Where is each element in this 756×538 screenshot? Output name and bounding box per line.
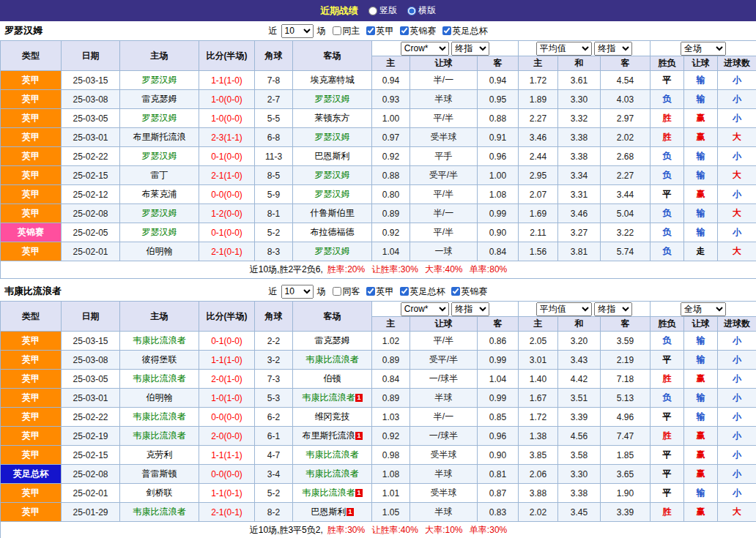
odds-final-select[interactable]: 终指 — [451, 302, 489, 316]
away-team[interactable]: 什鲁斯伯里 — [293, 204, 372, 223]
filter-bar: 近 10 场 同主英甲英锦赛英足总杯 — [269, 24, 488, 38]
avg-source-select[interactable]: 平均值 — [536, 302, 592, 316]
home-team[interactable]: 罗瑟汉姆 — [120, 204, 199, 223]
avg-draw: 3.31 — [558, 185, 601, 204]
filter-checkbox-input[interactable] — [400, 26, 409, 35]
filter-checkbox-input[interactable] — [333, 287, 341, 296]
horizontal-radio-input[interactable] — [407, 7, 416, 15]
odds-away: 0.87 — [478, 484, 519, 503]
filter-checkbox-input[interactable] — [451, 287, 460, 296]
match-score: 1-0(0-0) — [199, 90, 255, 109]
away-team[interactable]: 莱顿东方 — [293, 109, 372, 128]
scope-select[interactable]: 全场 — [681, 42, 726, 56]
away-team[interactable]: 罗瑟汉姆 — [293, 166, 372, 185]
result-goals: 大 — [718, 166, 756, 185]
away-team[interactable]: 韦康比流浪者 — [293, 465, 372, 484]
home-team[interactable]: 罗瑟汉姆 — [120, 109, 199, 128]
match-date: 25-03-05 — [62, 370, 120, 389]
filter-checkbox[interactable]: 英甲 — [366, 285, 394, 298]
match-row: 英甲 25-02-01 剑桥联 1-1(0-1) 5-2 韦康比流浪者1 1.0… — [1, 484, 756, 503]
filter-checkbox[interactable]: 英足总杯 — [442, 25, 488, 37]
home-team[interactable]: 普雷斯顿 — [120, 465, 199, 484]
away-team[interactable]: 雷克瑟姆 — [293, 332, 372, 351]
home-team[interactable]: 伯明翰 — [120, 242, 199, 261]
match-score: 2-1(1-0) — [199, 166, 255, 185]
odds-company-select[interactable]: Crow* — [401, 302, 449, 316]
home-team[interactable]: 韦康比流浪者 — [120, 332, 199, 351]
match-date: 25-03-05 — [62, 109, 120, 128]
league-badge: 英甲 — [1, 204, 62, 223]
result-goals: 小 — [718, 408, 756, 427]
away-team[interactable]: 布拉德福德 — [293, 223, 372, 242]
away-team[interactable]: 埃克塞特城 — [293, 71, 372, 90]
filter-checkbox-input[interactable] — [400, 287, 409, 296]
filter-checkbox[interactable]: 英足总杯 — [400, 285, 445, 298]
away-team[interactable]: 韦康比流浪者 — [293, 446, 372, 465]
away-team[interactable]: 巴恩斯利1 — [293, 503, 372, 522]
filter-checkbox[interactable]: 英甲 — [366, 25, 394, 37]
match-date: 25-02-15 — [62, 166, 120, 185]
filter-checkbox-input[interactable] — [442, 26, 451, 35]
filter-checkbox[interactable]: 同客 — [333, 285, 360, 298]
matches-table: 类型 日期 主场 比分(半场) 角球 客场 Crow* 终指 平均值 终指 — [0, 40, 756, 279]
away-team[interactable]: 维冈竞技 — [293, 408, 372, 427]
home-team[interactable]: 剑桥联 — [120, 484, 199, 503]
result-outcome: 平 — [651, 484, 684, 503]
filter-checkbox[interactable]: 英锦赛 — [451, 285, 488, 298]
home-team[interactable]: 雷克瑟姆 — [120, 90, 199, 109]
avg-final-select[interactable]: 终指 — [594, 42, 632, 56]
away-team[interactable]: 布里斯托流浪1 — [293, 427, 372, 446]
away-team[interactable]: 罗瑟汉姆 — [293, 185, 372, 204]
home-team[interactable]: 韦康比流浪者 — [120, 503, 199, 522]
away-team[interactable]: 韦康比流浪者 — [293, 351, 372, 370]
match-row: 英甲 25-03-01 布里斯托流浪 2-3(1-1) 6-8 罗瑟汉姆 0.9… — [1, 128, 756, 147]
home-team[interactable]: 罗瑟汉姆 — [120, 71, 199, 90]
filter-checkbox-label: 英甲 — [377, 285, 394, 298]
layout-radio-horizontal[interactable]: 横版 — [407, 4, 436, 17]
filter-checkbox[interactable]: 英锦赛 — [400, 25, 437, 37]
odds-final-select[interactable]: 终指 — [451, 42, 489, 56]
odds-home: 0.80 — [372, 185, 410, 204]
filter-checkbox-input[interactable] — [333, 26, 341, 35]
avg-source-select[interactable]: 平均值 — [536, 42, 592, 56]
away-team[interactable]: 伯顿 — [293, 370, 372, 389]
result-outcome: 胜 — [651, 370, 684, 389]
odds-handicap: 受平/半 — [410, 166, 478, 185]
match-count-select[interactable]: 10 — [281, 285, 314, 299]
away-team[interactable]: 罗瑟汉姆 — [293, 90, 372, 109]
away-team[interactable]: 罗瑟汉姆 — [293, 242, 372, 261]
filter-checkbox[interactable]: 同主 — [333, 25, 360, 37]
avg-draw: 3.30 — [558, 465, 601, 484]
avg-away: 3.22 — [601, 223, 651, 242]
scope-select[interactable]: 全场 — [681, 302, 726, 316]
match-count-select[interactable]: 10 — [281, 24, 314, 38]
summary-row: 近10场,胜2平2负6,胜率:20% 让胜率:30% 大率:40% 单率:80% — [1, 261, 756, 279]
vertical-radio-input[interactable] — [368, 7, 377, 15]
avg-home: 1.72 — [519, 71, 558, 90]
away-team[interactable]: 韦康比流浪者1 — [293, 484, 372, 503]
home-team[interactable]: 布里斯托流浪 — [120, 128, 199, 147]
odds-company-select[interactable]: Crow* — [401, 42, 449, 56]
match-row: 英甲 25-03-05 韦康比流浪者 2-0(1-0) 7-3 伯顿 0.84 … — [1, 370, 756, 389]
home-team[interactable]: 韦康比流浪者 — [120, 370, 199, 389]
home-team[interactable]: 克劳利 — [120, 446, 199, 465]
home-team[interactable]: 韦康比流浪者 — [120, 427, 199, 446]
filter-checkbox-input[interactable] — [366, 26, 375, 35]
home-team[interactable]: 罗瑟汉姆 — [120, 147, 199, 166]
away-team[interactable]: 罗瑟汉姆 — [293, 128, 372, 147]
layout-radio-vertical[interactable]: 竖版 — [368, 4, 397, 17]
avg-away: 2.27 — [601, 166, 651, 185]
home-team[interactable]: 彼得堡联 — [120, 351, 199, 370]
avg-final-select[interactable]: 终指 — [594, 302, 632, 316]
result-handicap: 走 — [684, 242, 718, 261]
home-team[interactable]: 雷丁 — [120, 166, 199, 185]
home-team[interactable]: 布莱克浦 — [120, 185, 199, 204]
away-team[interactable]: 韦康比流浪者1 — [293, 389, 372, 408]
odds-home: 0.94 — [372, 71, 410, 90]
home-team[interactable]: 罗瑟汉姆 — [120, 223, 199, 242]
filter-checkbox-input[interactable] — [366, 287, 375, 296]
home-team[interactable]: 韦康比流浪者 — [120, 408, 199, 427]
home-team[interactable]: 伯明翰 — [120, 389, 199, 408]
summary-rates: 胜率:30% 让胜率:40% 大率:10% 单率:30% — [327, 525, 507, 535]
away-team[interactable]: 巴恩斯利 — [293, 147, 372, 166]
